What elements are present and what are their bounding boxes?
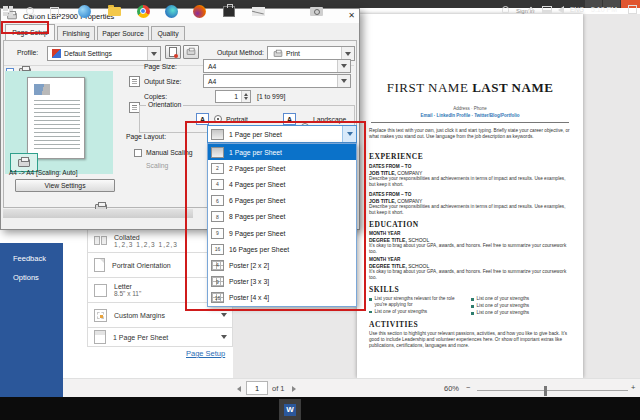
copies-value: 1 <box>216 93 241 100</box>
resume-activities-title: ACTIVITIES <box>369 320 418 329</box>
resume-skills-left: List your strengths relevant for the rol… <box>369 296 464 316</box>
add-profile-button[interactable] <box>165 45 181 59</box>
setting-subtitle: 8.5" x 11" <box>114 290 141 297</box>
resume-summary: Replace this text with your own, just cl… <box>369 128 571 140</box>
view-settings-button[interactable]: View Settings <box>15 179 115 192</box>
option-8-pages-per-sheet[interactable]: 88 Pages per Sheet <box>208 209 356 225</box>
manual-scaling-checkbox[interactable] <box>134 149 142 157</box>
portrait-radio[interactable] <box>214 115 222 123</box>
screen: Sign in FIRST NAME LAST NAME Address · P… <box>0 0 640 420</box>
taskbar-file-explorer[interactable] <box>106 3 122 19</box>
taskbar-photos[interactable] <box>308 3 324 19</box>
option-label: 2 Pages per Sheet <box>229 165 285 172</box>
network-icon[interactable] <box>542 6 552 13</box>
zoom-out-button[interactable]: − <box>466 383 470 392</box>
taskbar-edge-blue[interactable] <box>163 3 179 19</box>
resume-first-name: FIRST NAME <box>387 80 472 95</box>
text-lines <box>34 100 80 152</box>
skill-item: List your strengths relevant for the rol… <box>375 296 465 307</box>
option-6-pages-per-sheet[interactable]: 66 Pages per Sheet <box>208 193 356 209</box>
copies-spinner[interactable]: 1 <box>215 90 251 103</box>
taskbar-word-active[interactable]: W <box>279 399 301 420</box>
zoom-in-button[interactable]: + <box>631 383 635 392</box>
profile-combobox[interactable]: Default Settings <box>47 46 161 61</box>
language-indicator[interactable]: ENG <box>570 6 584 13</box>
volume-icon[interactable] <box>558 6 564 14</box>
chevron-down-icon <box>337 60 350 72</box>
backstage-sidebar: Feedback Options <box>0 243 63 397</box>
word-icon: W <box>284 404 296 416</box>
action-center-icon[interactable] <box>628 5 637 14</box>
option-label: 16 Pages per Sheet <box>229 246 289 253</box>
taskbar-firefox[interactable] <box>191 3 207 19</box>
start-button[interactable] <box>0 3 16 19</box>
option-label: Poster [4 x 4] <box>229 294 269 301</box>
layout-option-icon: 9 <box>211 228 224 239</box>
option-poster-4x4[interactable]: 16Poster [4 x 4] <box>208 290 356 306</box>
people-icon[interactable] <box>502 6 509 13</box>
zoom-slider-track[interactable] <box>477 390 628 391</box>
output-method-value: Print <box>286 50 300 57</box>
option-16-pages-per-sheet[interactable]: 1616 Pages per Sheet <box>208 241 356 257</box>
store-icon <box>223 6 235 17</box>
mail-icon <box>252 7 265 16</box>
option-label: 9 Pages per Sheet <box>229 230 285 237</box>
page-number-input[interactable]: 1 <box>246 381 268 395</box>
setting-title: Custom Margins <box>114 312 165 319</box>
page-count-label: of 1 <box>272 384 285 393</box>
option-4-pages-per-sheet[interactable]: 44 Pages per Sheet <box>208 176 356 192</box>
layout-option-icon <box>211 147 224 158</box>
option-poster-2x2[interactable]: 4Poster [2 x 2] <box>208 257 356 273</box>
resume-edu1-dates: MONTH YEAR <box>369 231 400 236</box>
option-1-page-per-sheet[interactable]: 1 Page per Sheet <box>208 144 356 160</box>
dialog-close-icon[interactable]: ✕ <box>348 11 355 20</box>
taskbar-mail[interactable] <box>250 3 266 19</box>
option-2-pages-per-sheet[interactable]: 22 Pages per Sheet <box>208 160 356 176</box>
page-setup-link[interactable]: Page Setup <box>186 349 225 358</box>
tab-finishing[interactable]: Finishing <box>57 26 95 40</box>
spinner-arrows-icon[interactable] <box>241 91 250 102</box>
option-label: Poster [3 x 3] <box>229 278 269 285</box>
portrait-a-icon: A <box>196 113 209 125</box>
clock[interactable]: 5:10 PM <box>591 6 617 13</box>
page-layout-selected-value: 1 Page per Sheet <box>229 131 282 138</box>
chevron-down-icon <box>337 75 350 87</box>
zoom-level-label[interactable]: 60% <box>444 384 459 393</box>
tab-page-setup[interactable]: Page Setup <box>5 24 55 40</box>
prev-page-icon[interactable] <box>237 386 241 392</box>
sidebar-item-feedback[interactable]: Feedback <box>0 249 63 268</box>
zoom-slider-handle[interactable] <box>544 386 547 396</box>
taskbar-store[interactable] <box>221 3 237 19</box>
setting-subtitle: 1,2,3 1,2,3 1,2,3 <box>114 241 178 248</box>
print-preview-page: FIRST NAME LAST NAME Address · Phone Ema… <box>357 14 583 378</box>
option-label: Poster [2 x 2] <box>229 262 269 269</box>
output-method-label: Output Method: <box>217 49 264 56</box>
taskbar-edge[interactable] <box>76 3 92 19</box>
pages-per-sheet-icon <box>94 330 106 344</box>
collated-icon <box>94 236 107 245</box>
resume-contact2: Email · LinkedIn Profile · Twitter/Blog/… <box>357 113 583 118</box>
option-9-pages-per-sheet[interactable]: 99 Pages per Sheet <box>208 225 356 241</box>
tab-quality[interactable]: Quality <box>151 26 185 40</box>
page-layout-combobox[interactable]: 1 Page per Sheet <box>207 125 357 143</box>
taskbar-chrome[interactable] <box>135 3 151 19</box>
next-page-icon[interactable] <box>292 386 296 392</box>
bullet-icon <box>471 312 474 315</box>
skill-item: List one of your strengths <box>477 310 530 316</box>
tab-paper-source[interactable]: Paper Source <box>97 26 149 40</box>
print-icon <box>274 51 282 57</box>
page-size-combobox[interactable]: A4 <box>203 59 351 73</box>
resume-contact1: Address · Phone <box>357 106 583 111</box>
edit-profile-button[interactable] <box>183 45 199 59</box>
output-size-combobox[interactable]: A4 <box>203 74 351 88</box>
page-layout-dropdown: 1 Page per Sheet 1 Page per Sheet 22 Pag… <box>207 125 357 307</box>
resume-exp1-desc: Describe your responsibilities and achie… <box>369 176 571 188</box>
sidebar-item-options[interactable]: Options <box>0 268 63 287</box>
output-size-label: Output Size: <box>144 78 181 85</box>
setting-row-pages-per-sheet[interactable]: 1 Page Per Sheet <box>87 327 233 347</box>
edge-blue-icon <box>165 5 178 18</box>
search-button[interactable] <box>22 3 38 19</box>
task-view-button[interactable] <box>46 3 62 19</box>
resume-skills-right: List one of your strengths List one of y… <box>471 296 571 317</box>
option-poster-3x3[interactable]: 9Poster [3 x 3] <box>208 274 356 290</box>
